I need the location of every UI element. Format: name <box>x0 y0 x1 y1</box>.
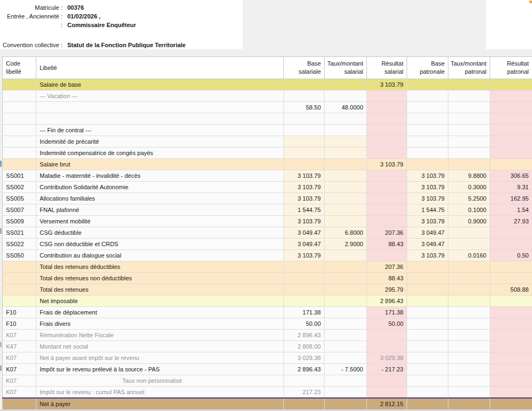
taux-salarial-cell <box>325 398 367 410</box>
grid-row[interactable]: K07Impôt sur le revenu prélevé à la sour… <box>3 364 532 375</box>
libelle-cell: CSG non déductible et CRDS <box>36 239 284 250</box>
resultat-patronal-cell <box>490 113 532 125</box>
grid-row[interactable]: F10Frais de déplacement171.38171.38 <box>3 307 532 318</box>
grid-row[interactable]: K07Impôt sur le revenu : cumul PAS annue… <box>3 387 532 399</box>
info-row-convention: Convention collective : Statut de la Fon… <box>0 41 243 49</box>
taux-patronal-cell: 0.1000 <box>448 204 490 216</box>
grid-row[interactable]: SS001Maladie - maternité - invalidité - … <box>3 170 532 182</box>
taux-patronal-cell <box>448 398 490 410</box>
base-patronale-cell <box>407 125 448 136</box>
grid-row[interactable]: SS050Contribution au dialogue social3 10… <box>3 250 532 261</box>
resultat-salarial-cell <box>367 250 407 261</box>
taux-salarial-cell: 2.9000 <box>325 239 367 250</box>
grid-row[interactable]: SS022CSG non déductible et CRDS3 049.472… <box>3 239 532 250</box>
code-cell: K07 <box>3 330 36 341</box>
resultat-patronal-cell <box>490 387 532 399</box>
libelle-cell: --- Fin de contrat --- <box>36 125 284 136</box>
resultat-salarial-cell: 207.36 <box>367 261 407 273</box>
taux-salarial-cell <box>325 341 367 352</box>
taux-patronal-cell <box>448 227 490 239</box>
base-salariale-cell: 2 896.43 <box>284 364 325 375</box>
base-patronale-cell: 3 103.79 <box>407 193 448 204</box>
grid-row[interactable]: K07Net à payer avant impôt sur le revenu… <box>3 352 532 364</box>
entree-anciennete-value: 01/02/2026 , <box>67 12 100 21</box>
libelle-cell: Salaire de base <box>36 79 284 91</box>
base-patronale-cell: 3 049.47 <box>407 227 448 239</box>
grid-row[interactable]: Salaire brut3 103.79 <box>3 159 532 170</box>
code-cell <box>3 159 36 170</box>
grid-row[interactable]: Total des retenues non déductibles88.43 <box>3 273 532 284</box>
grid-row[interactable]: --- Fin de contrat --- <box>3 125 532 136</box>
grid-row[interactable]: Net imposable2 896.43 <box>3 296 532 307</box>
taux-salarial-cell <box>325 296 367 307</box>
taux-salarial-cell <box>325 387 367 399</box>
base-salariale-cell <box>284 261 325 273</box>
taux-salarial-cell <box>325 273 367 284</box>
grid-row[interactable]: K07Taux non personnalisé <box>3 375 532 387</box>
grid-row[interactable]: Indemnité compensatrice de congés payés <box>3 147 532 159</box>
grid-row[interactable]: SS009Versement mobilité3 103.793 103.790… <box>3 216 532 227</box>
libelle-cell: FNAL plafonné <box>36 204 284 216</box>
taux-patronal-cell: 9.8800 <box>448 170 490 182</box>
convention-label: Convention collective : <box>0 41 62 49</box>
taux-patronal-cell <box>448 341 490 352</box>
base-patronale-cell <box>407 284 448 296</box>
resultat-salarial-cell: 88.43 <box>367 239 407 250</box>
base-salariale-cell <box>284 284 325 296</box>
libelle-cell: Contribution Solidarité Autonomie <box>36 182 284 193</box>
taux-patronal-cell <box>448 91 490 102</box>
base-patronale-cell: 3 103.79 <box>407 170 448 182</box>
grid-row[interactable]: F10Frais divers50.0050.00 <box>3 318 532 330</box>
base-patronale-cell <box>407 341 448 352</box>
grid-row[interactable]: SS021CSG déductible3 049.476.8000207.363… <box>3 227 532 239</box>
base-salariale-cell <box>284 125 325 136</box>
resultat-salarial-cell <box>367 330 407 341</box>
libelle-cell: Indemnité de précarité <box>36 136 284 147</box>
grid-row[interactable]: SS002Contribution Solidarité Autonomie3 … <box>3 182 532 193</box>
taux-salarial-cell <box>325 170 367 182</box>
base-salariale-cell: 217.23 <box>284 387 325 399</box>
taux-salarial-cell <box>325 182 367 193</box>
resultat-patronal-cell <box>490 296 532 307</box>
grid-row[interactable]: SS005Allocations familiales3 103.793 103… <box>3 193 532 204</box>
resultat-salarial-cell: 2 812.15 <box>367 398 407 410</box>
resultat-salarial-cell <box>367 204 407 216</box>
grid-row[interactable] <box>3 113 532 125</box>
libelle-cell: Contribution au dialogue social <box>36 250 284 261</box>
resultat-patronal-cell <box>490 273 532 284</box>
base-salariale-cell: 2 896.43 <box>284 330 325 341</box>
libelle-cell <box>36 102 284 113</box>
base-salariale-cell: 1 544.75 <box>284 204 325 216</box>
base-patronale-cell <box>407 113 448 125</box>
resultat-patronal-cell <box>490 352 532 364</box>
base-patronale-cell <box>407 147 448 159</box>
taux-patronal-cell <box>448 102 490 113</box>
base-salariale-cell: 171.38 <box>284 307 325 318</box>
resultat-patronal-cell <box>490 261 532 273</box>
base-salariale-cell <box>284 147 325 159</box>
grid-row[interactable]: Salaire de base3 103.79 <box>3 79 532 91</box>
grid-row[interactable]: SS007FNAL plafonné1 544.751 544.750.1000… <box>3 204 532 216</box>
resultat-salarial-cell <box>367 375 407 387</box>
base-patronale-cell <box>407 352 448 364</box>
resultat-patronal-cell: 1.54 <box>490 204 532 216</box>
libelle-cell: Total des retenues déductibles <box>36 261 284 273</box>
libelle-cell: Total des retenues non déductibles <box>36 273 284 284</box>
libelle-cell: Versement mobilité <box>36 216 284 227</box>
grid-row[interactable]: Total des retenues295.79508.88 <box>3 284 532 296</box>
taux-patronal-cell <box>448 318 490 330</box>
grid-row[interactable]: Net à payer2 812.15 <box>3 398 532 410</box>
grid-row[interactable]: 58.5048.0000 <box>3 102 532 113</box>
resultat-salarial-cell <box>367 102 407 113</box>
grid-row[interactable]: Total des retenues déductibles207.36 <box>3 261 532 273</box>
code-cell: SS022 <box>3 239 36 250</box>
base-salariale-cell: 3 103.79 <box>284 250 325 261</box>
grid-row[interactable]: Indemnité de précarité <box>3 136 532 147</box>
grid-row[interactable]: K47Montant net social2 808.00 <box>3 341 532 352</box>
grid-row[interactable]: K07Rémunération Nette Fiscale2 896.43 <box>3 330 532 341</box>
taux-patronal-cell <box>448 273 490 284</box>
grid-row[interactable]: --- Vacation --- <box>3 91 532 102</box>
taux-patronal-cell <box>448 375 490 387</box>
resultat-salarial-cell <box>367 147 407 159</box>
code-cell <box>3 136 36 147</box>
